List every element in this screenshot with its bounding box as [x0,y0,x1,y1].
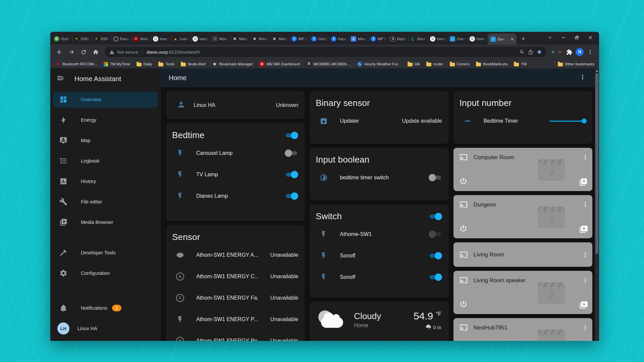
scrollbar-thumb[interactable] [595,73,598,254]
switch-master-toggle[interactable] [429,213,442,220]
bookmark-item[interactable]: Tools [158,62,174,66]
entity-row[interactable]: F Athom-SW1 ENERGY Fa... Unavailable [166,287,305,309]
bedtime-timer-slider[interactable] [549,121,586,122]
sidebar-item-history[interactable]: History [53,173,158,189]
header-kebab-icon[interactable] [579,73,586,82]
bookmark-item[interactable]: Daily [137,62,152,66]
media-kebab-icon[interactable] [582,324,589,331]
bookmark-item[interactable]: TM [514,62,527,66]
bookmark-item[interactable]: BookMarkLets [476,62,508,66]
bookmark-item[interactable]: Bluetooth RFCOM... [55,61,97,67]
browser-tab[interactable]: Faceb [329,33,349,45]
browser-tab[interactable]: Mono [211,33,230,45]
tab-search-chevron-icon[interactable] [543,32,557,43]
sidebar-item-developer-tools[interactable]: Developer Tools [53,245,158,261]
extension-dark-icon[interactable]: ✾ [557,49,563,55]
reload-button[interactable] [78,46,89,58]
bookmark-item[interactable]: HA [408,62,420,66]
entity-row[interactable]: Athome-SW1 [310,224,448,245]
bookmark-item[interactable]: TM MyTime [104,62,130,66]
browser-tab[interactable]: DSN N [72,33,92,45]
zoom-icon[interactable] [519,49,525,55]
browser-tab[interactable]: OctoP [52,33,72,45]
browse-media-icon[interactable] [579,301,588,311]
active-tab[interactable]: Overview ✕ [488,34,517,45]
sidebar-item-logbook[interactable]: Logbook [53,153,158,169]
browser-tab[interactable]: home [468,33,488,45]
bookmark-item[interactable]: METAR Dashboard [259,61,300,67]
browser-tab[interactable]: DSN N [92,33,112,45]
sidebar-item-energy[interactable]: Energy [53,112,158,128]
browser-tab[interactable]: MP S [290,33,310,45]
bookmark-item[interactable]: MC68881-MC6809-... [306,61,351,67]
media-kebab-icon[interactable] [582,277,589,284]
person-card[interactable]: Linux HA Unknown [166,91,305,119]
sidebar-item-map[interactable]: Map [53,132,158,148]
power-button-icon[interactable] [459,300,468,310]
entity-toggle[interactable] [285,150,298,157]
share-icon[interactable] [528,49,533,55]
media-player-card[interactable]: Living Room [453,242,592,267]
browser-tab[interactable]: Repla [389,33,409,45]
scroll-up-arrow-icon[interactable] [595,68,599,73]
browser-tab[interactable]: MP S [369,33,389,45]
entity-row[interactable]: Bedtime Timer [453,110,592,132]
entity-toggle[interactable] [285,171,298,178]
minimize-button[interactable] [557,32,570,43]
bookmark-item[interactable]: Bookmark Manager [212,61,253,67]
entity-toggle[interactable] [285,193,298,199]
browser-tab[interactable]: Mono [230,33,250,45]
entity-toggle[interactable] [429,274,442,281]
sidebar-toggle-icon[interactable] [56,74,64,83]
sidebar-item-notifications[interactable]: Notifications 1 [53,300,158,316]
bookmark-item[interactable]: Node-Red [181,62,205,66]
browser-tab[interactable]: home [428,33,448,45]
entity-row[interactable]: Sonoff [310,245,448,266]
sidebar-item-overview[interactable]: Overview [53,92,158,108]
not-secure-warning-icon[interactable] [109,50,114,55]
entity-toggle[interactable] [429,231,442,238]
entity-row[interactable]: bedtime timer switch [310,167,448,188]
browser-tab[interactable]: Pause [112,33,131,45]
sidebar-item-media-browser[interactable]: Media Browser [53,214,158,230]
close-button[interactable] [584,32,597,43]
sidebar-item-configuration[interactable]: Configuration [53,265,158,281]
bookmark-item[interactable]: Hourly Weather For... [357,61,401,67]
bedtime-master-toggle[interactable] [285,132,298,139]
entity-row[interactable]: TV Lamp [166,164,305,185]
entity-toggle[interactable] [429,174,442,181]
media-keb­ab-icon[interactable] [582,201,589,208]
browser-tab[interactable]: Mono [349,33,369,45]
browser-tab[interactable]: Overv [448,33,468,45]
browser-tab[interactable]: RockP [409,33,428,45]
browser-tab[interactable]: Learn [171,33,191,45]
media-kebab-icon[interactable] [582,251,589,258]
sidebar-item-file-editor[interactable]: File editor [53,194,158,210]
browser-tab[interactable]: Node [131,33,151,45]
home-button[interactable] [90,46,101,58]
weather-card[interactable]: Cloudy Home 54.9 °F 0 in [310,302,448,341]
browser-tab[interactable]: how t [151,33,171,45]
entity-row[interactable]: Dianes Lamp [166,185,305,207]
profile-avatar[interactable]: N [576,48,584,56]
media-player-card[interactable]: NestHub7951 [453,318,592,341]
new-tab-button[interactable]: + [519,34,528,44]
entity-row[interactable]: Sonoff [310,266,448,288]
browser-tab[interactable]: OctoP [310,33,329,45]
browser-tab[interactable]: hacka [191,33,211,45]
maximize-button[interactable] [570,32,584,43]
entity-row[interactable]: Updater Update available [310,110,448,132]
address-bar[interactable]: Not secure diane.uucp:8123/lovelace/0 [105,47,547,57]
browser-tab[interactable]: Revie [250,33,270,45]
browser-menu-kebab-icon[interactable] [584,46,596,58]
media-player-card[interactable]: Living Room speaker [453,271,592,314]
entity-row[interactable]: Athom-SW1 ENERGY P... Unavailable [166,309,305,330]
power-button-icon[interactable] [459,224,468,234]
entity-row[interactable]: Carousel Lamp [166,142,305,164]
browser-tab[interactable]: Mono [270,33,290,45]
browse-media-icon[interactable] [579,225,588,235]
bookmark-star-icon[interactable] [537,49,542,55]
media-player-card[interactable]: Dungeon [453,195,592,238]
extension-thermal-icon[interactable]: ✾ [550,49,556,55]
bookmark-item[interactable]: router [426,62,443,66]
